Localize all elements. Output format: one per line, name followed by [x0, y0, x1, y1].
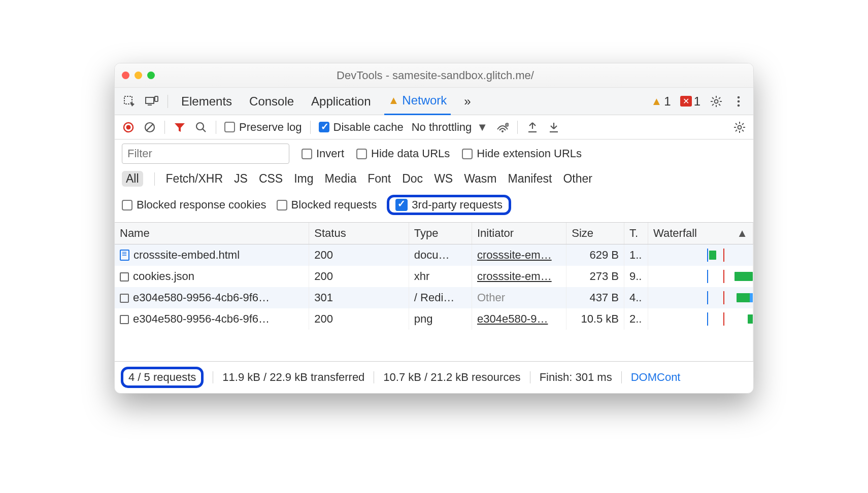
- filter-icon[interactable]: [173, 121, 186, 134]
- request-time: 2..: [629, 312, 642, 325]
- warnings-badge[interactable]: ▲ 1: [651, 94, 671, 109]
- request-initiator[interactable]: e304e580-9…: [477, 312, 548, 325]
- warning-icon-small: ▲: [651, 95, 662, 108]
- request-size: 10.5 kB: [581, 312, 619, 325]
- minimize-button[interactable]: [135, 72, 142, 79]
- upload-har-icon[interactable]: [526, 121, 539, 134]
- type-filter-row: All Fetch/XHR JS CSS Img Media Font Doc …: [115, 168, 753, 192]
- inspect-icon[interactable]: [123, 95, 136, 108]
- request-name: cookies.json: [133, 270, 194, 283]
- request-type: xhr: [414, 270, 430, 283]
- third-party-checkbox[interactable]: 3rd-party requests: [395, 198, 503, 212]
- table-row[interactable]: e304e580-9956-4cb6-9f6…200pnge304e580-9……: [115, 308, 753, 330]
- status-code: 200: [314, 270, 333, 283]
- request-size: 437 B: [590, 291, 619, 304]
- hide-data-urls-checkbox[interactable]: Hide data URLs: [356, 147, 450, 160]
- close-button[interactable]: [122, 72, 129, 79]
- chip-css[interactable]: CSS: [259, 172, 283, 186]
- chip-other[interactable]: Other: [563, 172, 592, 186]
- col-name[interactable]: Name: [115, 223, 309, 244]
- blocked-cookies-checkbox[interactable]: Blocked response cookies: [122, 198, 266, 212]
- svg-line-19: [147, 124, 153, 130]
- filter-input[interactable]: [122, 144, 289, 164]
- preserve-log-checkbox[interactable]: Preserve log: [224, 121, 302, 134]
- status-code: 301: [314, 291, 333, 304]
- svg-point-28: [738, 125, 742, 129]
- search-icon[interactable]: [194, 121, 208, 134]
- request-name: crosssite-embed.html: [133, 249, 240, 261]
- chip-fetch-xhr[interactable]: Fetch/XHR: [166, 172, 223, 186]
- chip-js[interactable]: JS: [234, 172, 248, 186]
- table-row[interactable]: crosssite-embed.html200docu…crosssite-em…: [115, 244, 753, 266]
- titlebar: DevTools - samesite-sandbox.glitch.me/: [115, 63, 753, 88]
- chip-media[interactable]: Media: [325, 172, 357, 186]
- svg-line-34: [742, 130, 744, 131]
- requests-table: Name Status Type Initiator Size T. Water…: [115, 223, 753, 361]
- col-waterfall[interactable]: Waterfall▲: [648, 223, 753, 244]
- network-toolbar: Preserve log Disable cache No throttling…: [115, 115, 753, 139]
- chip-manifest[interactable]: Manifest: [508, 172, 552, 186]
- tab-application[interactable]: Application: [307, 94, 375, 109]
- extra-filters-row: Blocked response cookies Blocked request…: [115, 192, 753, 223]
- chip-ws[interactable]: WS: [434, 172, 453, 186]
- more-tabs[interactable]: »: [460, 94, 475, 109]
- disable-cache-checkbox[interactable]: Disable cache: [319, 121, 404, 134]
- file-icon: [120, 272, 129, 281]
- request-type: docu…: [414, 249, 450, 261]
- download-har-icon[interactable]: [547, 121, 560, 134]
- svg-point-22: [502, 130, 504, 132]
- hide-extension-urls-checkbox[interactable]: Hide extension URLs: [462, 147, 582, 160]
- chip-font[interactable]: Font: [368, 172, 391, 186]
- waterfall-cell: [648, 270, 753, 283]
- file-icon: [120, 294, 129, 303]
- waterfall-cell: [648, 291, 753, 304]
- request-initiator[interactable]: crosssite-em…: [477, 270, 552, 283]
- warning-icon: ▲: [388, 87, 399, 114]
- device-icon[interactable]: [145, 95, 158, 108]
- traffic-lights: [122, 72, 155, 79]
- errors-badge[interactable]: ✕ 1: [680, 94, 700, 109]
- request-initiator[interactable]: Other: [477, 291, 505, 304]
- request-name: e304e580-9956-4cb6-9f6…: [133, 291, 270, 304]
- status-code: 200: [314, 249, 333, 261]
- chip-wasm[interactable]: Wasm: [464, 172, 496, 186]
- tab-console[interactable]: Console: [245, 94, 298, 109]
- third-party-highlight: 3rd-party requests: [387, 195, 511, 215]
- network-conditions-icon[interactable]: [496, 121, 509, 134]
- table-row[interactable]: e304e580-9956-4cb6-9f6…301/ Redi…Other43…: [115, 287, 753, 308]
- blocked-requests-checkbox[interactable]: Blocked requests: [277, 198, 377, 212]
- tab-elements[interactable]: Elements: [177, 94, 236, 109]
- col-size[interactable]: Size: [566, 223, 624, 244]
- col-status[interactable]: Status: [309, 223, 409, 244]
- svg-point-14: [738, 100, 740, 102]
- devtools-window: DevTools - samesite-sandbox.glitch.me/ E…: [114, 63, 754, 394]
- resources-size: 10.7 kB / 21.2 kB resources: [383, 371, 520, 384]
- gear-icon[interactable]: [710, 95, 723, 108]
- invert-checkbox[interactable]: Invert: [302, 147, 344, 160]
- request-name: e304e580-9956-4cb6-9f6…: [133, 312, 270, 325]
- col-time[interactable]: T.: [624, 223, 648, 244]
- chip-doc[interactable]: Doc: [402, 172, 423, 186]
- svg-line-35: [736, 130, 737, 131]
- table-row[interactable]: cookies.json200xhrcrosssite-em…273 B9..: [115, 266, 753, 287]
- status-bar: 4 / 5 requests 11.9 kB / 22.9 kB transfe…: [115, 361, 753, 393]
- filter-row: Invert Hide data URLs Hide extension URL…: [115, 139, 753, 168]
- tab-network[interactable]: ▲ Network: [384, 88, 451, 115]
- request-type: png: [414, 312, 433, 325]
- clear-button[interactable]: [143, 121, 156, 134]
- record-button[interactable]: [122, 121, 135, 134]
- request-time: 4..: [629, 291, 642, 304]
- chip-all[interactable]: All: [122, 171, 143, 187]
- maximize-button[interactable]: [147, 72, 155, 79]
- col-initiator[interactable]: Initiator: [472, 223, 566, 244]
- throttling-select[interactable]: No throttling▼: [412, 121, 488, 134]
- chip-img[interactable]: Img: [294, 172, 313, 186]
- error-icon: ✕: [680, 96, 692, 107]
- waterfall-cell: [648, 249, 753, 262]
- col-type[interactable]: Type: [409, 223, 472, 244]
- requests-count: 4 / 5 requests: [128, 371, 196, 384]
- request-initiator[interactable]: crosssite-em…: [477, 249, 552, 261]
- kebab-icon[interactable]: [732, 95, 745, 108]
- file-icon: [120, 315, 129, 324]
- panel-settings-icon[interactable]: [733, 121, 746, 134]
